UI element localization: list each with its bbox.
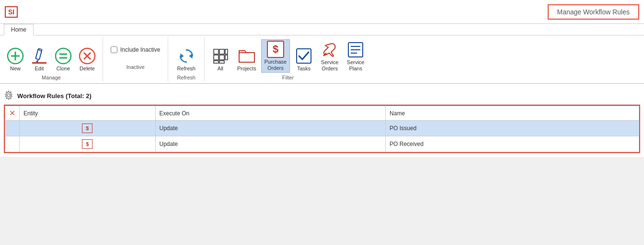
- filter-service-orders-button[interactable]: ServiceOrders: [318, 40, 342, 73]
- table-header: ✕ Entity Execute On Name: [5, 106, 639, 121]
- filter-group-items: All Projects: [208, 37, 368, 73]
- clone-button[interactable]: Clone: [53, 46, 74, 73]
- section-header: Workflow Rules (Total: 2): [4, 88, 640, 105]
- workflow-rules-table-container: ✕ Entity Execute On Name $ Update PO Iss…: [4, 105, 640, 153]
- filter-service-plans-label: ServicePlans: [347, 59, 365, 72]
- ribbon: Home New: [0, 24, 644, 84]
- svg-rect-19: [214, 61, 218, 63]
- grid-icon: [212, 47, 229, 65]
- delete-button[interactable]: Delete: [77, 46, 98, 73]
- filter-tasks-button[interactable]: Tasks: [292, 46, 316, 73]
- filter-group-label: Filter: [282, 75, 294, 81]
- svg-rect-16: [219, 49, 224, 54]
- edit-button[interactable]: Edit: [29, 46, 50, 73]
- gear-icon: [4, 90, 13, 101]
- ribbon-content: New Edit: [0, 35, 644, 83]
- ribbon-group-filter: All Projects: [205, 37, 371, 81]
- refresh-icon: [178, 47, 195, 65]
- filter-projects-label: Projects: [237, 66, 256, 72]
- section-title: Workflow Rules (Total: 2): [17, 92, 92, 100]
- row1-delete: [5, 121, 20, 136]
- include-inactive-checkbox[interactable]: [111, 46, 117, 53]
- po-dollar-icon: $: [267, 41, 284, 58]
- refresh-group-label: Refresh: [177, 75, 196, 81]
- filter-purchase-orders-label: PurchaseOrders: [264, 59, 287, 71]
- ribbon-tabs: Home: [0, 24, 644, 35]
- filter-projects-button[interactable]: Projects: [234, 46, 259, 73]
- tab-home[interactable]: Home: [4, 24, 34, 35]
- svg-marker-13: [189, 53, 192, 58]
- filter-all-label: All: [218, 66, 223, 72]
- edit-label: Edit: [35, 66, 44, 72]
- row2-delete: [5, 136, 20, 152]
- row1-execute-on: Update: [155, 121, 386, 136]
- app-container: SI Manage Workflow Rules Home: [0, 0, 644, 245]
- include-inactive-row: Include Inactive: [111, 46, 160, 53]
- row2-execute-on: Update: [155, 136, 386, 152]
- row2-entity: $: [20, 136, 156, 152]
- svg-point-31: [7, 94, 10, 97]
- svg-rect-15: [214, 49, 218, 54]
- col-delete: ✕: [5, 106, 20, 121]
- row1-entity-icon: $: [82, 123, 92, 133]
- refresh-label: Refresh: [177, 66, 196, 72]
- manage-workflow-button[interactable]: Manage Workflow Rules: [548, 4, 639, 20]
- svg-rect-21: [225, 49, 228, 54]
- filter-all-button[interactable]: All: [208, 46, 232, 73]
- svg-rect-18: [219, 55, 224, 60]
- manage-group-items: New Edit: [5, 37, 98, 73]
- pencil-icon: [31, 47, 48, 65]
- refresh-button[interactable]: Refresh: [175, 46, 197, 73]
- workflow-rules-table: ✕ Entity Execute On Name $ Update PO Iss…: [5, 106, 639, 152]
- check-icon: [295, 47, 312, 65]
- col-name: Name: [386, 106, 639, 121]
- row1-name: PO Issued: [386, 121, 639, 136]
- svg-point-7: [56, 48, 71, 64]
- svg-rect-22: [225, 55, 228, 60]
- col-execute-on: Execute On: [155, 106, 386, 121]
- table-row[interactable]: $ Update PO Received: [5, 136, 639, 152]
- content-area: Workflow Rules (Total: 2) ✕ Entity Execu…: [0, 84, 644, 157]
- lines-icon: [347, 41, 364, 58]
- ribbon-group-refresh: Refresh Refresh: [168, 37, 205, 81]
- filter-purchase-orders-button[interactable]: $ PurchaseOrders: [261, 39, 290, 73]
- filter-service-plans-button[interactable]: ServicePlans: [344, 40, 368, 73]
- svg-rect-17: [214, 55, 218, 60]
- filter-tasks-label: Tasks: [297, 66, 310, 72]
- row2-entity-icon: $: [82, 139, 92, 149]
- delete-label: Delete: [80, 66, 95, 72]
- equals-circle-icon: [55, 47, 72, 65]
- clone-label: Clone: [57, 66, 70, 72]
- row1-entity: $: [20, 121, 156, 136]
- table-row[interactable]: $ Update PO Issued: [5, 121, 639, 136]
- new-label: New: [10, 66, 21, 72]
- title-bar: SI Manage Workflow Rules: [0, 0, 644, 24]
- svg-rect-20: [219, 61, 224, 63]
- ribbon-group-manage: New Edit: [0, 37, 103, 81]
- plus-circle-icon: [7, 47, 24, 65]
- manage-group-label: Manage: [42, 75, 61, 81]
- svg-rect-5: [32, 62, 46, 64]
- svg-text:$: $: [273, 43, 278, 55]
- inactive-group-label: Inactive: [126, 64, 145, 71]
- include-inactive-label[interactable]: Include Inactive: [120, 46, 160, 53]
- x-circle-icon: [79, 47, 96, 65]
- ribbon-group-inactive: Include Inactive Inactive: [103, 37, 168, 81]
- row2-name: PO Received: [386, 136, 639, 152]
- folder-icon: [238, 47, 255, 65]
- svg-marker-14: [180, 53, 184, 58]
- new-button[interactable]: New: [5, 46, 26, 73]
- app-logo: SI: [5, 6, 18, 18]
- filter-service-orders-label: ServiceOrders: [321, 59, 339, 72]
- col-entity: Entity: [20, 106, 156, 121]
- wrench-icon: [321, 41, 338, 58]
